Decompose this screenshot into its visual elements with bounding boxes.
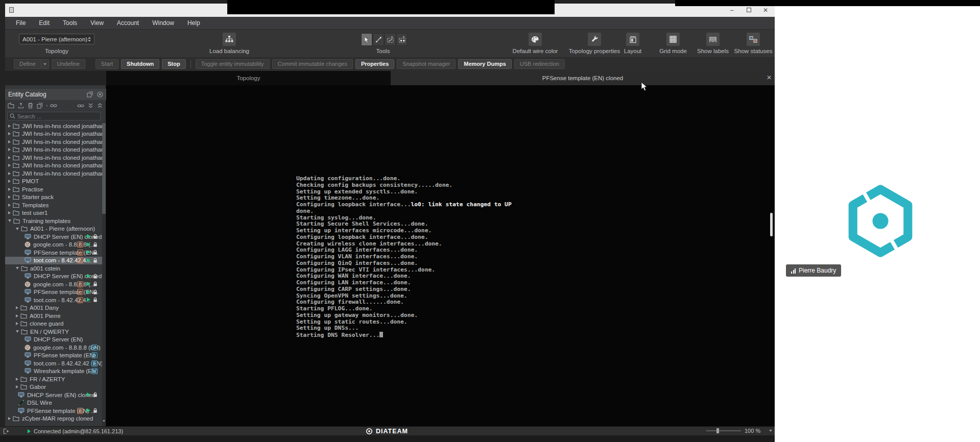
- tree-row-entity[interactable]: PFSense template (EN...C: [5, 288, 103, 297]
- tree-row-entity[interactable]: DHCP Server (EN): [5, 336, 103, 344]
- expand-arrow-icon[interactable]: [8, 164, 11, 167]
- action-properties-button[interactable]: Properties: [355, 59, 394, 69]
- expand-arrow-icon[interactable]: [16, 378, 18, 381]
- console-scrollbar-thumb[interactable]: [770, 213, 773, 236]
- tree-row-entity[interactable]: toot.com - 8.42.42.42 (EN)P: [5, 359, 103, 367]
- close-button[interactable]: ✕: [762, 7, 769, 13]
- tree-row-entity[interactable]: PFSense template (EN)P: [5, 352, 103, 360]
- search-input[interactable]: [17, 113, 94, 119]
- tool-select-button[interactable]: [361, 33, 372, 46]
- tree-row-folder[interactable]: FR / AZERTY: [5, 375, 103, 383]
- tree-row-folder[interactable]: JWI hns-in-hns cloned jonathan.w...: [5, 130, 103, 138]
- unlink-icon[interactable]: [50, 103, 57, 109]
- tree-row-entity[interactable]: DSL Wire: [5, 399, 103, 407]
- expand-arrow-icon[interactable]: [8, 195, 11, 199]
- import-icon[interactable]: [18, 103, 24, 109]
- action-define-dropdown-button[interactable]: [41, 59, 49, 69]
- tree-row-folder[interactable]: PMOT: [5, 178, 103, 186]
- tree-row-folder[interactable]: Starter pack: [5, 193, 103, 202]
- tree-row-entity[interactable]: toot.com - 8.42.42.4...C: [5, 257, 103, 265]
- collapse-arrow-icon[interactable]: [8, 219, 11, 222]
- topology-properties-button[interactable]: [588, 33, 601, 46]
- menu-window[interactable]: Window: [146, 17, 181, 29]
- menu-view[interactable]: View: [84, 17, 110, 29]
- tree-row-entity[interactable]: google.com - 8.8.8.8 (...C: [5, 280, 103, 288]
- scroll-down-arrow-icon[interactable]: ▼: [102, 418, 106, 424]
- menu-help[interactable]: Help: [181, 17, 207, 29]
- tree-row-entity[interactable]: PFSense template (EN) ...C: [5, 407, 103, 415]
- float-panel-icon[interactable]: [87, 91, 93, 97]
- expand-arrow-icon[interactable]: [8, 417, 11, 420]
- expand-arrow-icon[interactable]: [8, 180, 11, 183]
- tool-select-nodes-button[interactable]: [396, 33, 408, 46]
- action-snapshot-manager-button[interactable]: Snapshot manager: [397, 59, 456, 69]
- tree-row-folder[interactable]: JWI hns-in-hns cloned jonathan.w...: [5, 169, 103, 178]
- tree-row-folder[interactable]: clonee guard: [5, 320, 103, 328]
- tree-row-folder[interactable]: JWI hns-in-hns cloned jonathan.w...: [5, 162, 103, 170]
- expand-arrow-icon[interactable]: [8, 125, 11, 128]
- menu-account[interactable]: Account: [110, 17, 146, 29]
- action-undefine-button[interactable]: Undefine: [52, 59, 85, 69]
- expand-all-icon[interactable]: [88, 103, 93, 109]
- tree-row-folder[interactable]: Templates: [5, 201, 103, 209]
- zoom-slider-handle[interactable]: [716, 428, 719, 433]
- tree-row-folder[interactable]: JWI hns-in-hns cloned jonathan.w...: [5, 154, 103, 162]
- collapse-arrow-icon[interactable]: [16, 228, 19, 230]
- topology-select[interactable]: A001 - Pierre (afternoon) *: [19, 34, 94, 44]
- menu-tools[interactable]: Tools: [56, 17, 84, 29]
- expand-arrow-icon[interactable]: [16, 306, 18, 309]
- tree-row-folder[interactable]: zCyber-MAR reprog cloned: [5, 415, 103, 423]
- action-stop-button[interactable]: Stop: [162, 59, 185, 69]
- tree-row-folder[interactable]: a001 cstein: [5, 264, 103, 273]
- tree-row-entity[interactable]: DHCP Server (EN) cloned: [5, 273, 103, 281]
- action-memory-dumps-button[interactable]: Memory Dumps: [458, 59, 512, 69]
- tree-row-folder[interactable]: EN / QWERTY: [5, 328, 103, 336]
- tool-select-wires-button[interactable]: [385, 33, 396, 46]
- action-start-button[interactable]: Start: [95, 59, 118, 69]
- tree-row-entity[interactable]: DHCP Server (EN) cloned: [5, 233, 103, 241]
- layout-button[interactable]: [626, 33, 639, 46]
- action-usb-redirection-button[interactable]: USB redirection: [514, 59, 565, 69]
- tree-row-entity[interactable]: google.com - 8.8.8.8 (EN)P: [5, 343, 103, 352]
- zoom-level-select[interactable]: 100 %: [745, 427, 772, 434]
- expand-arrow-icon[interactable]: [8, 148, 11, 151]
- tree-row-folder[interactable]: JWI hns-in-hns cloned jonathan.w...: [5, 138, 103, 146]
- tree-row-entity[interactable]: DHCP Server (EN) cloned: [5, 391, 103, 399]
- collapse-all-icon[interactable]: [97, 103, 103, 109]
- expand-arrow-icon[interactable]: [16, 314, 18, 317]
- expand-arrow-icon[interactable]: [8, 204, 11, 207]
- tab-topology[interactable]: Topology: [106, 71, 391, 85]
- expand-arrow-icon[interactable]: [8, 132, 11, 135]
- action-define-button[interactable]: Define: [14, 59, 41, 69]
- menu-file[interactable]: File: [9, 17, 32, 29]
- tree-row-folder[interactable]: JWI hns-in-hns cloned jonathan.w...: [5, 146, 103, 154]
- menu-edit[interactable]: Edit: [32, 17, 56, 29]
- tree-row-folder[interactable]: JWI hns-in-hns cloned jonathan.w...: [5, 122, 103, 130]
- grid-mode-button[interactable]: [666, 33, 680, 46]
- action-toggle-entity-immutability-button[interactable]: Toggle entity immutability: [196, 59, 270, 69]
- tree-row-entity[interactable]: toot.com - 8.42.42.4...C: [5, 296, 103, 304]
- tree-row-folder[interactable]: A001 Dany: [5, 304, 103, 312]
- close-panel-icon[interactable]: [97, 91, 103, 97]
- status-panel-icon[interactable]: [3, 428, 10, 434]
- collapse-arrow-icon[interactable]: [16, 267, 19, 269]
- expand-arrow-icon[interactable]: [8, 188, 11, 191]
- vm-console-view[interactable]: Updating configuration...done.Checking c…: [106, 85, 775, 426]
- action-commit-immutable-changes-button[interactable]: Commit immutable changes: [272, 59, 353, 69]
- zoom-slider[interactable]: [706, 430, 741, 431]
- load-balancing-button[interactable]: [223, 33, 236, 46]
- tree-row-folder[interactable]: test user1: [5, 209, 103, 217]
- tab-pfsense-console[interactable]: PFSense template (EN) cloned: [391, 71, 775, 85]
- expand-arrow-icon[interactable]: [8, 156, 11, 159]
- tree-row-folder[interactable]: A001 Pierre: [5, 312, 103, 320]
- tree-row-folder[interactable]: Training templates: [5, 217, 103, 225]
- expand-arrow-icon[interactable]: [8, 172, 11, 175]
- expand-arrow-icon[interactable]: [16, 322, 18, 325]
- sidebar-scrollbar-thumb[interactable]: [102, 123, 106, 214]
- duplicate-icon[interactable]: [37, 103, 43, 109]
- link-icon[interactable]: [77, 103, 84, 109]
- show-labels-button[interactable]: [706, 33, 720, 46]
- new-entity-icon[interactable]: [8, 103, 14, 109]
- tree-row-folder[interactable]: A001 - Pierre (afternoon): [5, 225, 103, 233]
- maximize-button[interactable]: [746, 7, 752, 13]
